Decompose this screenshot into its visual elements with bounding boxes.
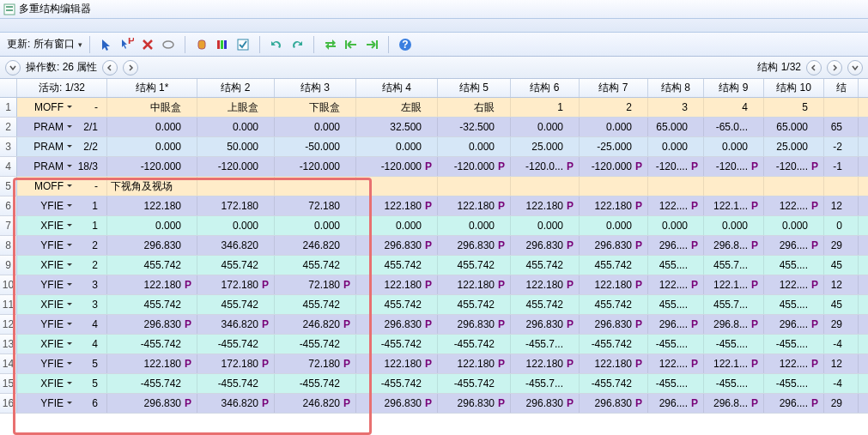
command-cell[interactable]: PRAM2/1 xyxy=(17,118,107,136)
data-cell[interactable]: 455.742 xyxy=(580,256,648,275)
command-cell[interactable]: YFIE6 xyxy=(17,394,107,413)
data-cell[interactable]: 122.180P xyxy=(580,196,648,215)
dropdown-icon[interactable] xyxy=(66,121,73,133)
data-cell[interactable]: 296.830P xyxy=(580,394,648,413)
command-cell[interactable]: XFIE5 xyxy=(17,374,107,393)
data-cell[interactable]: 122.180P xyxy=(438,354,511,373)
data-cell[interactable]: -455.7... xyxy=(511,335,580,353)
data-cell[interactable]: 296.830P xyxy=(511,236,580,255)
data-cell[interactable]: 296.830P xyxy=(107,394,197,413)
dropdown-icon[interactable] xyxy=(66,200,73,212)
data-cell[interactable]: -120....P xyxy=(704,157,764,176)
data-cell[interactable]: 3 xyxy=(648,98,704,117)
command-cell[interactable]: XFIE3 xyxy=(17,295,107,314)
data-cell[interactable]: -120....P xyxy=(648,157,704,176)
col-header[interactable]: 结构 8 xyxy=(648,79,704,97)
command-cell[interactable]: MOFF- xyxy=(17,98,107,117)
dropdown-icon[interactable] xyxy=(66,141,73,153)
data-cell[interactable]: 0.000 xyxy=(275,118,356,136)
data-cell[interactable]: 122.180P xyxy=(356,354,438,373)
data-cell[interactable]: 0.000 xyxy=(511,118,580,136)
color-bars-icon[interactable] xyxy=(215,37,230,52)
data-cell[interactable]: 455.742 xyxy=(275,256,356,275)
data-cell[interactable]: -32.500 xyxy=(438,118,511,136)
col-header[interactable]: 结构 2 xyxy=(197,79,275,97)
data-cell[interactable]: 296....P xyxy=(764,394,824,413)
data-cell[interactable]: 172.180P xyxy=(197,354,275,373)
data-cell[interactable]: -455.742 xyxy=(197,374,275,393)
data-cell[interactable] xyxy=(824,98,859,117)
ellipse-icon[interactable] xyxy=(161,37,176,52)
data-cell[interactable]: 0.000 xyxy=(107,137,197,156)
col-header[interactable]: 结构 7 xyxy=(580,79,648,97)
data-cell[interactable]: 455.742 xyxy=(511,256,580,275)
barrel-icon[interactable] xyxy=(194,37,209,52)
data-cell[interactable]: -120....P xyxy=(764,157,824,176)
data-cell[interactable]: 0.000 xyxy=(438,216,511,235)
data-cell[interactable]: -455.742 xyxy=(356,335,438,353)
data-cell[interactable]: -455.742 xyxy=(438,335,511,353)
data-cell[interactable]: 上眼盒 xyxy=(197,98,275,117)
data-cell[interactable]: 25.000 xyxy=(764,137,824,156)
data-cell[interactable]: 50.000 xyxy=(197,137,275,156)
data-cell[interactable]: 122.180P xyxy=(107,275,197,294)
data-cell[interactable]: 296.830P xyxy=(511,394,580,413)
data-cell[interactable]: 122.180P xyxy=(511,196,580,215)
data-cell[interactable]: 346.820P xyxy=(197,315,275,334)
dropdown-icon[interactable] xyxy=(66,220,73,232)
data-cell[interactable] xyxy=(580,177,648,196)
data-cell[interactable]: -455.742 xyxy=(580,335,648,353)
data-cell[interactable]: 左眼 xyxy=(356,98,438,117)
data-cell[interactable]: -455.... xyxy=(764,374,824,393)
help-icon[interactable]: ? xyxy=(398,37,413,52)
command-cell[interactable]: XFIE2 xyxy=(17,256,107,275)
data-cell[interactable]: -4 xyxy=(824,374,859,393)
data-cell[interactable]: 246.820P xyxy=(275,394,356,413)
data-cell[interactable]: 455.... xyxy=(764,295,824,314)
data-cell[interactable]: 12 xyxy=(824,354,859,373)
data-cell[interactable]: 下眼盒 xyxy=(275,98,356,117)
col-header[interactable]: 结构 1* xyxy=(107,79,197,97)
next-button[interactable] xyxy=(123,60,138,76)
data-cell[interactable]: 29 xyxy=(824,236,859,255)
data-cell[interactable]: 25.000 xyxy=(511,137,580,156)
prev-button[interactable] xyxy=(102,60,118,76)
redo-icon[interactable] xyxy=(289,37,305,52)
data-cell[interactable]: 65.000 xyxy=(648,118,704,136)
data-cell[interactable]: 122.180P xyxy=(580,275,648,294)
data-cell[interactable]: -455.7... xyxy=(511,374,580,393)
data-cell[interactable]: 0.000 xyxy=(764,216,824,235)
data-cell[interactable]: 455.742 xyxy=(580,295,648,314)
dropdown-icon[interactable] xyxy=(66,180,73,192)
col-header[interactable]: 结构 3 xyxy=(275,79,356,97)
data-cell[interactable]: -455.742 xyxy=(356,374,438,393)
data-cell[interactable]: 122....P xyxy=(648,275,704,294)
data-cell[interactable]: 296....P xyxy=(648,236,704,255)
data-cell[interactable] xyxy=(824,177,859,196)
col-header[interactable]: 结 xyxy=(824,79,859,97)
data-cell[interactable] xyxy=(511,177,580,196)
update-value[interactable]: 所有窗口 xyxy=(33,37,75,51)
update-dropdown-icon[interactable]: ▾ xyxy=(78,40,82,49)
data-cell[interactable]: 65 xyxy=(824,118,859,136)
data-cell[interactable]: 455.742 xyxy=(107,295,197,314)
expand-right-button[interactable] xyxy=(847,60,863,76)
data-cell[interactable]: -455.742 xyxy=(275,374,356,393)
data-cell[interactable]: 296.830P xyxy=(438,394,511,413)
data-cell[interactable]: 296....P xyxy=(764,236,824,255)
data-cell[interactable]: 122.180P xyxy=(438,196,511,215)
delete-x-icon[interactable] xyxy=(140,37,155,52)
data-cell[interactable]: 32.500 xyxy=(356,118,438,136)
data-cell[interactable] xyxy=(356,177,438,196)
next-arrow-icon[interactable] xyxy=(364,37,379,52)
dropdown-icon[interactable] xyxy=(66,358,73,370)
data-cell[interactable]: 72.180P xyxy=(275,354,356,373)
data-cell[interactable]: 0.000 xyxy=(197,118,275,136)
data-cell[interactable] xyxy=(764,177,824,196)
data-cell[interactable]: 122.1...P xyxy=(704,354,764,373)
expand-left-button[interactable] xyxy=(5,60,21,76)
data-cell[interactable]: 29 xyxy=(824,394,859,413)
data-cell[interactable]: -2 xyxy=(824,137,859,156)
dropdown-icon[interactable] xyxy=(66,239,73,251)
data-cell[interactable]: -4 xyxy=(824,335,859,353)
